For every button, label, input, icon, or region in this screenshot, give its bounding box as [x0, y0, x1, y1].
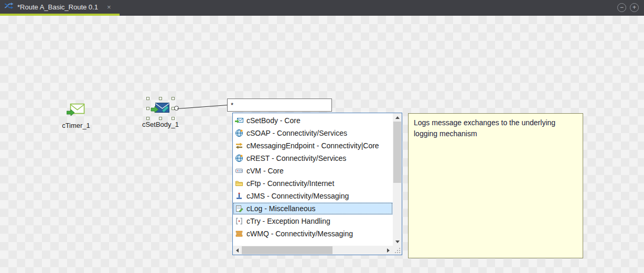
list-item-label: cJMS - Connectivity/Messaging [246, 192, 349, 200]
tooltip-text: Logs message exchanges to the underlying… [414, 118, 555, 138]
scroll-up-icon [395, 116, 400, 119]
selection-handle[interactable] [146, 107, 149, 110]
horizontal-scroll-thumb[interactable] [242, 246, 332, 254]
view-controls: − + [617, 3, 639, 12]
list-item-cftp[interactable]: cFtp - Connectivity/Internet [233, 177, 393, 190]
list-item-label: cLog - Miscellaneous [246, 204, 316, 213]
component-dropdown: cSetBody - Core cSOAP - Connectivity/Ser… [232, 113, 402, 255]
jms-icon [235, 192, 243, 200]
node-csetbody-label: cSetBody_1 [142, 121, 179, 128]
node-ctimer-label: cTimer_1 [62, 122, 90, 129]
list-item-ctry[interactable]: cTry - Exception Handling [233, 215, 393, 227]
tab-close-icon[interactable]: × [107, 3, 111, 11]
list-item-label: cTry - Exception Handling [246, 217, 330, 225]
maximize-button[interactable]: + [630, 3, 639, 12]
route-designer-window: *Route A_Basic_Route 0.1 × − + cTimer_1 [0, 0, 644, 273]
list-item-cvm[interactable]: cVM - Core [233, 165, 393, 177]
scroll-down-icon [395, 241, 400, 243]
scroll-left-button[interactable] [233, 246, 242, 255]
minimize-button[interactable]: − [617, 3, 626, 12]
vertical-scroll-thumb[interactable] [393, 122, 401, 183]
setbody-icon [235, 116, 243, 125]
list-item-label: cMessagingEndpoint - Connectivity|Core [246, 141, 379, 150]
list-item-cmessagingendpoint[interactable]: cMessagingEndpoint - Connectivity|Core [233, 139, 393, 152]
setbody-envelope-icon [148, 101, 173, 116]
list-item-csoap[interactable]: cSOAP - Connectivity/Services [233, 127, 393, 139]
list-item-label: cFtp - Connectivity/Internet [246, 179, 334, 188]
component-search-input[interactable] [227, 99, 332, 112]
tab-route-a-basic-route[interactable]: *Route A_Basic_Route 0.1 × [0, 0, 120, 16]
selection-handle[interactable] [171, 97, 175, 100]
list-item-cwmq[interactable]: cWMQ - Connectivity/Messaging [233, 227, 393, 240]
route-icon [4, 2, 14, 12]
vm-icon [235, 167, 243, 175]
list-item-label: cSOAP - Connectivity/Services [246, 129, 347, 137]
editor-tab-bar: *Route A_Basic_Route 0.1 × − + [0, 0, 644, 16]
component-description-tooltip: Logs message exchanges to the underlying… [408, 113, 583, 258]
selection-box [148, 99, 173, 118]
selection-handle[interactable] [146, 117, 149, 120]
selection-handle[interactable] [171, 117, 175, 120]
scroll-right-button[interactable] [384, 246, 393, 255]
endpoint-arrows-icon [235, 141, 243, 150]
resize-grip[interactable] [393, 246, 402, 255]
selection-handle[interactable] [146, 97, 149, 100]
list-item-label: cWMQ - Connectivity/Messaging [246, 230, 353, 238]
log-icon [235, 204, 243, 213]
scroll-left-icon [236, 248, 239, 253]
list-item-label: cVM - Core [246, 167, 284, 175]
timer-envelope-icon [67, 103, 85, 119]
vertical-scroll-track[interactable] [393, 122, 402, 237]
list-item-label: cSetBody - Core [246, 116, 300, 125]
globe-icon [235, 154, 243, 162]
list-item-crest[interactable]: cREST - Connectivity/Services [233, 152, 393, 165]
wmq-icon [235, 230, 243, 238]
selection-handle[interactable] [159, 117, 162, 120]
list-item-label: cREST - Connectivity/Services [246, 154, 346, 162]
folder-icon [235, 179, 243, 188]
scroll-right-icon [387, 248, 390, 253]
vertical-scrollbar[interactable] [393, 113, 402, 246]
tab-title: *Route A_Basic_Route 0.1 [17, 3, 98, 11]
component-list: cSetBody - Core cSOAP - Connectivity/Ser… [233, 113, 393, 246]
list-item-cjms[interactable]: cJMS - Connectivity/Messaging [233, 190, 393, 202]
horizontal-scroll-track[interactable] [242, 246, 384, 255]
scroll-up-button[interactable] [393, 113, 402, 122]
try-icon [235, 217, 243, 225]
connection-line [176, 103, 229, 111]
globe-icon [235, 129, 243, 137]
list-item-csetbody[interactable]: cSetBody - Core [233, 114, 393, 127]
horizontal-scrollbar[interactable] [233, 246, 393, 255]
selection-handle[interactable] [159, 97, 162, 100]
design-canvas[interactable]: cTimer_1 [0, 16, 644, 273]
scroll-down-button[interactable] [393, 237, 402, 246]
node-ctimer[interactable]: cTimer_1 [59, 103, 93, 129]
list-item-clog[interactable]: cLog - Miscellaneous [233, 202, 393, 215]
